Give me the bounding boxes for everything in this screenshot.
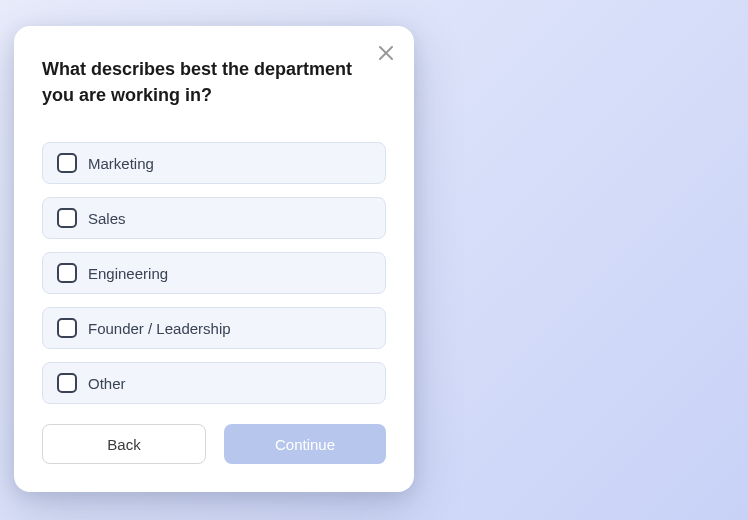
option-label: Marketing bbox=[88, 155, 154, 172]
onboarding-modal: What describes best the department you a… bbox=[14, 26, 414, 492]
checkbox[interactable] bbox=[57, 373, 77, 393]
back-button[interactable]: Back bbox=[42, 424, 206, 464]
checkbox[interactable] bbox=[57, 263, 77, 283]
checkbox[interactable] bbox=[57, 208, 77, 228]
close-button[interactable] bbox=[376, 44, 396, 64]
option-label: Engineering bbox=[88, 265, 168, 282]
option-label: Sales bbox=[88, 210, 126, 227]
checkbox[interactable] bbox=[57, 153, 77, 173]
option-founder-leadership[interactable]: Founder / Leadership bbox=[42, 307, 386, 349]
continue-button[interactable]: Continue bbox=[224, 424, 386, 464]
modal-footer: Back Continue bbox=[42, 424, 386, 464]
options-list: Marketing Sales Engineering Founder / Le… bbox=[42, 142, 386, 404]
option-sales[interactable]: Sales bbox=[42, 197, 386, 239]
option-label: Founder / Leadership bbox=[88, 320, 231, 337]
option-other[interactable]: Other bbox=[42, 362, 386, 404]
close-icon bbox=[379, 46, 393, 63]
option-engineering[interactable]: Engineering bbox=[42, 252, 386, 294]
prompt-title: What describes best the department you a… bbox=[42, 56, 386, 108]
option-label: Other bbox=[88, 375, 126, 392]
checkbox[interactable] bbox=[57, 318, 77, 338]
option-marketing[interactable]: Marketing bbox=[42, 142, 386, 184]
